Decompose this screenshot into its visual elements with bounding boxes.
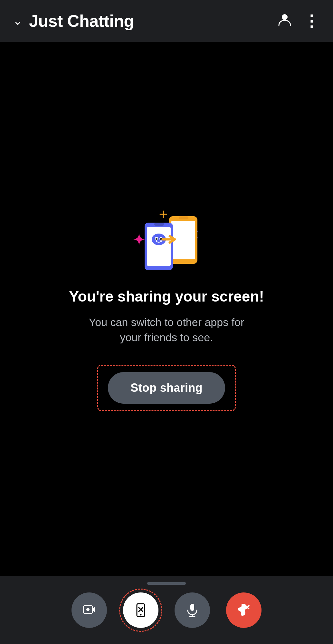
end-call-button[interactable]: [226, 592, 262, 628]
more-options-icon[interactable]: ⋮: [303, 12, 320, 30]
svg-rect-21: [190, 604, 194, 611]
microphone-button[interactable]: [175, 592, 210, 628]
screen-share-button[interactable]: [123, 592, 158, 628]
screen-share-illustration: [121, 207, 212, 272]
svg-point-14: [156, 238, 157, 240]
chevron-down-icon[interactable]: ⌄: [13, 15, 23, 27]
svg-point-20: [140, 614, 142, 616]
svg-rect-10: [154, 223, 164, 226]
header: ⌄ Just Chatting ⋮: [0, 0, 333, 42]
stop-sharing-wrapper: Stop sharing: [97, 365, 236, 411]
profile-icon[interactable]: [278, 13, 292, 30]
toolbar-handle: [147, 582, 186, 585]
channel-title: Just Chatting: [29, 11, 134, 31]
header-right: ⋮: [278, 12, 320, 30]
camera-button[interactable]: [71, 592, 107, 628]
header-left: ⌄ Just Chatting: [13, 11, 134, 31]
svg-point-0: [282, 14, 288, 20]
screen-share-button-wrapper: [123, 592, 158, 628]
svg-rect-7: [179, 216, 188, 219]
svg-point-16: [86, 608, 90, 611]
main-content: You're sharing your screen! You can swit…: [0, 42, 333, 576]
bottom-toolbar: [0, 576, 333, 644]
sharing-title: You're sharing your screen!: [69, 288, 264, 305]
sharing-subtitle: You can switch to other apps for your fr…: [83, 315, 250, 345]
svg-rect-9: [147, 227, 171, 266]
stop-sharing-button[interactable]: Stop sharing: [108, 372, 225, 404]
